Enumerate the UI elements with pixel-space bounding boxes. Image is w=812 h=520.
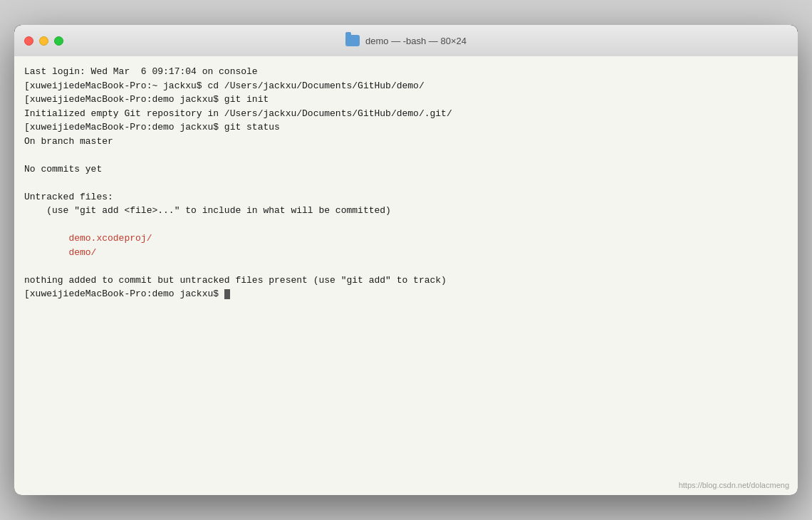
- line-5: [xuweijiedeMacBook-Pro:demo jackxu$ git …: [24, 120, 788, 135]
- line-12: [24, 218, 788, 232]
- terminal-window: demo — -bash — 80×24 Last login: Wed Mar…: [14, 25, 798, 495]
- title-label: demo — -bash — 80×24: [365, 36, 467, 46]
- titlebar: demo — -bash — 80×24: [14, 25, 798, 56]
- line-2: [xuweijiedeMacBook-Pro:~ jackxu$ cd /Use…: [24, 79, 788, 93]
- line-10: Untracked files:: [24, 190, 788, 204]
- line-16: nothing added to commit but untracked fi…: [24, 274, 788, 288]
- cursor: [224, 289, 230, 299]
- line-9: [24, 176, 788, 190]
- line-8: No commits yet: [24, 162, 788, 177]
- line-6: On branch master: [24, 135, 788, 149]
- line-13: demo.xcodeproj/: [24, 232, 788, 246]
- line-3: [xuweijiedeMacBook-Pro:demo jackxu$ git …: [24, 93, 788, 107]
- minimize-button[interactable]: [39, 36, 48, 46]
- line-11: (use "git add <file>..." to include in w…: [24, 204, 788, 218]
- line-14: demo/: [24, 246, 788, 260]
- line-4: Initialized empty Git repository in /Use…: [24, 107, 788, 121]
- maximize-button[interactable]: [54, 36, 63, 46]
- close-button[interactable]: [24, 36, 33, 46]
- line-1: Last login: Wed Mar 6 09:17:04 on consol…: [24, 65, 788, 79]
- line-15: [24, 259, 788, 274]
- line-17: [xuweijiedeMacBook-Pro:demo jackxu$: [24, 287, 788, 301]
- watermark: https://blog.csdn.net/dolacmeng: [679, 481, 789, 489]
- folder-icon: [345, 35, 360, 46]
- terminal-content[interactable]: Last login: Wed Mar 6 09:17:04 on consol…: [14, 56, 798, 495]
- line-7: [24, 148, 788, 162]
- traffic-lights: [24, 36, 63, 46]
- window-title: demo — -bash — 80×24: [345, 35, 467, 46]
